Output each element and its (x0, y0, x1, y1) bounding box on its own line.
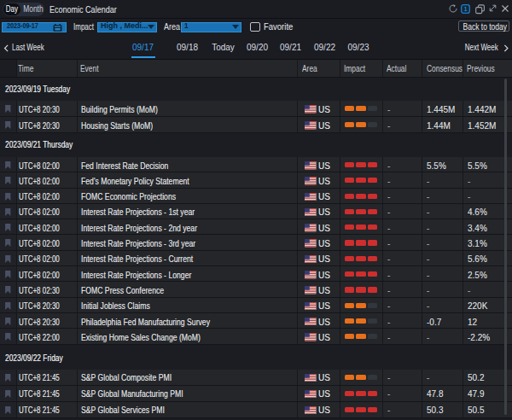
svg-text:1: 1 (464, 5, 468, 13)
